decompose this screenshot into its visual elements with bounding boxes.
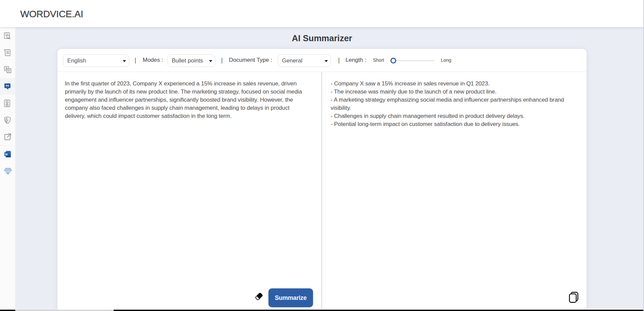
svg-text:文: 文 [7,69,11,73]
svg-text:W: W [5,153,8,156]
